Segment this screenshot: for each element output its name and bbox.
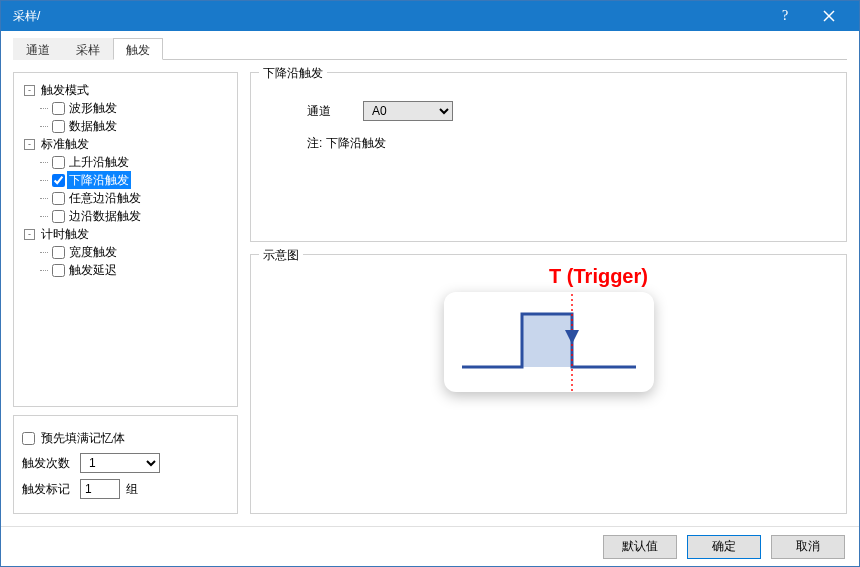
tree-item-label[interactable]: 边沿数据触发 <box>67 207 143 225</box>
channel-label: 通道 <box>307 103 347 120</box>
bottom-options-panel: 预先填满记忆体 触发次数 1 触发标记 组 <box>13 415 238 514</box>
tree-item-checkbox[interactable] <box>52 120 65 133</box>
trigger-count-select[interactable]: 1 <box>80 453 160 473</box>
dialog-body: 通道采样触发 -触发模式波形触发数据触发-标准触发上升沿触发下降沿触发任意边沿触… <box>1 31 859 526</box>
tree-group-label[interactable]: 触发模式 <box>41 81 89 99</box>
waveform-diagram <box>444 292 654 392</box>
tree-item-label[interactable]: 上升沿触发 <box>67 153 131 171</box>
left-column: -触发模式波形触发数据触发-标准触发上升沿触发下降沿触发任意边沿触发边沿数据触发… <box>13 72 238 514</box>
trigger-mark-input[interactable] <box>80 479 120 499</box>
tree-group-label[interactable]: 标准触发 <box>41 135 89 153</box>
ok-button[interactable]: 确定 <box>687 535 761 559</box>
tree-item-checkbox[interactable] <box>52 192 65 205</box>
tree-item-checkbox[interactable] <box>52 210 65 223</box>
tab-触发[interactable]: 触发 <box>113 38 163 60</box>
tree-item-checkbox[interactable] <box>52 174 65 187</box>
right-column: 下降沿触发 通道 A0 注: 下降沿触发 示意图 T (Trigger) <box>250 72 847 514</box>
tab-bar: 通道采样触发 <box>13 37 847 60</box>
prefill-memory-checkbox[interactable] <box>22 432 35 445</box>
content-area: -触发模式波形触发数据触发-标准触发上升沿触发下降沿触发任意边沿触发边沿数据触发… <box>13 60 847 514</box>
svg-rect-2 <box>522 314 572 367</box>
note-label: 注: <box>307 136 322 150</box>
tree-item-checkbox[interactable] <box>52 102 65 115</box>
tab-通道[interactable]: 通道 <box>13 38 63 60</box>
tree-item-checkbox[interactable] <box>52 246 65 259</box>
tree-item-label[interactable]: 宽度触发 <box>67 243 119 261</box>
tree-item-label[interactable]: 触发延迟 <box>67 261 119 279</box>
diagram-group-title: 示意图 <box>259 247 303 264</box>
trigger-tree[interactable]: -触发模式波形触发数据触发-标准触发上升沿触发下降沿触发任意边沿触发边沿数据触发… <box>22 81 229 279</box>
tree-item-label[interactable]: 任意边沿触发 <box>67 189 143 207</box>
dialog-footer: 默认值 确定 取消 <box>1 526 859 566</box>
trigger-count-label: 触发次数 <box>22 455 74 472</box>
tab-采样[interactable]: 采样 <box>63 38 113 60</box>
tree-item-label[interactable]: 下降沿触发 <box>67 171 131 189</box>
cancel-button[interactable]: 取消 <box>771 535 845 559</box>
tree-item-label[interactable]: 波形触发 <box>67 99 119 117</box>
trigger-tree-panel: -触发模式波形触发数据触发-标准触发上升沿触发下降沿触发任意边沿触发边沿数据触发… <box>13 72 238 407</box>
defaults-button[interactable]: 默认值 <box>603 535 677 559</box>
tree-group-label[interactable]: 计时触发 <box>41 225 89 243</box>
titlebar: 采样/ ? <box>1 1 859 31</box>
dialog-window: 采样/ ? 通道采样触发 -触发模式波形触发数据触发-标准触发上升沿触发下降沿触… <box>0 0 860 567</box>
config-groupbox: 下降沿触发 通道 A0 注: 下降沿触发 <box>250 72 847 242</box>
trigger-mark-unit: 组 <box>126 481 138 498</box>
note-value: 下降沿触发 <box>326 136 386 150</box>
diagram-groupbox: 示意图 T (Trigger) <box>250 254 847 514</box>
trigger-text-label: T (Trigger) <box>549 265 648 288</box>
tree-item-checkbox[interactable] <box>52 264 65 277</box>
channel-select[interactable]: A0 <box>363 101 453 121</box>
prefill-memory-label: 预先填满记忆体 <box>41 430 125 447</box>
tree-item-checkbox[interactable] <box>52 156 65 169</box>
trigger-mark-label: 触发标记 <box>22 481 74 498</box>
window-title: 采样/ <box>9 8 763 25</box>
config-group-title: 下降沿触发 <box>259 65 327 82</box>
help-button[interactable]: ? <box>763 1 807 31</box>
tree-toggle-icon[interactable]: - <box>24 85 35 96</box>
tree-toggle-icon[interactable]: - <box>24 139 35 150</box>
close-button[interactable] <box>807 1 851 31</box>
tree-toggle-icon[interactable]: - <box>24 229 35 240</box>
tree-item-label[interactable]: 数据触发 <box>67 117 119 135</box>
